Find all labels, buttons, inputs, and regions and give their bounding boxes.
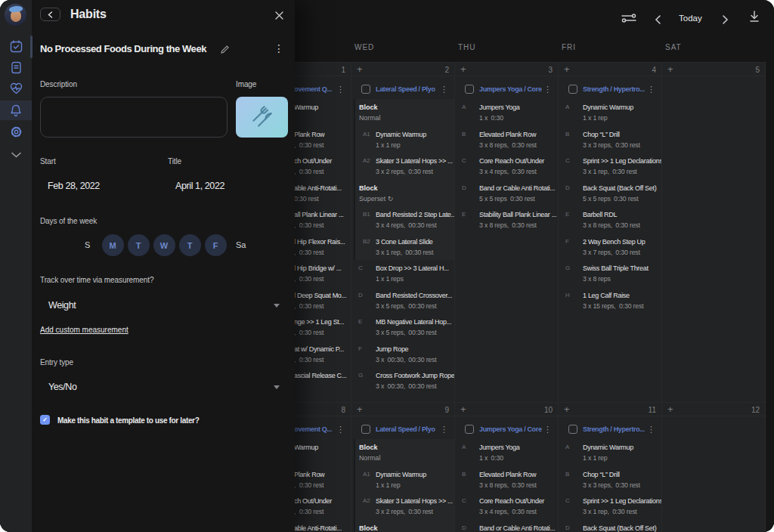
workout-menu-icon[interactable]: ⋮	[336, 85, 345, 94]
exercise-item[interactable]: DBack Squat (Back Off Set)5 x 5 reps 0:3…	[559, 183, 661, 210]
workout-title[interactable]: ovement Q...	[294, 425, 332, 433]
add-entry-button[interactable]: +	[460, 63, 466, 75]
add-entry-button[interactable]: +	[564, 404, 570, 415]
exercise-item[interactable]: A2Skater 3 Lateral Hops >> ...3 x 2 reps…	[351, 496, 454, 523]
exercise-item[interactable]: BElevated Plank Row3 x 8 reps, 0:30 rest	[455, 129, 558, 156]
exercise-item[interactable]: CCore Reach Out/Under3 x 4 reps, 0:30 re…	[455, 156, 558, 183]
exercise-item[interactable]: EMB Negative Lateral Hop...3 x 5 reps, 0…	[351, 317, 454, 344]
filter-icon[interactable]	[621, 12, 636, 27]
exercise-item[interactable]: A1Dynamic Warmup1 x 1 rep	[351, 469, 454, 496]
exercise-item[interactable]: FJump Rope3 x 00:30, 00:30 rest	[351, 344, 454, 371]
day-toggle-m1[interactable]: M	[102, 234, 124, 256]
exercise-item[interactable]: AJumpers Yoga1 x 0:30	[455, 102, 558, 129]
sidebar-item-health[interactable]	[0, 79, 32, 98]
habit-menu-icon[interactable]: ⋮	[274, 43, 284, 54]
exercise-item[interactable]: CSprint >> 1 Leg Declarations3 x 1 rep, …	[559, 156, 661, 183]
sidebar-item-more[interactable]	[0, 145, 32, 165]
measurement-chevron-icon[interactable]	[274, 304, 280, 308]
exercise-item[interactable]: DBand Resisted Crossover...3 x 5 reps, 0…	[351, 290, 454, 317]
exercise-item[interactable]: AJumpers Yoga1 x 0:30	[455, 442, 558, 469]
exercise-item[interactable]: BChop “L” Drill3 x 3 reps, 0:30 rest	[559, 129, 661, 156]
workout-title[interactable]: Strength / Hypertro...	[583, 425, 645, 433]
exercise-item[interactable]: CCore Reach Out/Under3 x 4 reps, 0:30 re…	[455, 496, 558, 523]
workout-checkbox[interactable]	[465, 425, 474, 434]
exercise-item[interactable]: BElevated Plank Row3 x 8 reps, 0:30 rest	[455, 469, 558, 496]
exercise-item[interactable]: ADynamic Warmup1 x 1 rep	[559, 442, 661, 469]
template-checkbox[interactable]: ✓	[40, 415, 50, 425]
workout-menu-icon[interactable]: ⋮	[440, 425, 448, 435]
exercise-item[interactable]: CSprint >> 1 Leg Declarations3 x 1 rep, …	[559, 496, 661, 523]
workout-menu-icon[interactable]: ⋮	[543, 85, 552, 94]
exercise-name: Dynamic Warmup	[583, 102, 661, 112]
workout-checkbox[interactable]	[361, 85, 370, 94]
download-icon[interactable]	[749, 11, 760, 26]
exercise-item[interactable]: EStability Ball Plank Linear ...3 x 8 re…	[455, 209, 558, 237]
workout-title[interactable]: ovement Q...	[294, 85, 332, 93]
day-toggle-sa6[interactable]: Sa	[236, 240, 246, 249]
exercise-item[interactable]: DBand or Cable Anti Rotati...5 x 5 reps …	[455, 523, 558, 532]
start-date-value[interactable]: Feb 28, 2022	[48, 181, 100, 192]
exercise-reps: 5 x 5 reps 0:30 rest	[583, 195, 661, 203]
today-button[interactable]: Today	[679, 14, 702, 23]
exercise-item[interactable]: GSwiss Ball Triple Threat3 x 8 reps	[559, 263, 661, 290]
workout-checkbox[interactable]	[568, 425, 577, 434]
exercise-item[interactable]: DBand or Cable Anti Rotati...5 x 5 reps …	[455, 183, 558, 210]
add-custom-measurement-link[interactable]: Add custom measurement	[40, 326, 128, 334]
prev-week-icon[interactable]	[655, 14, 661, 27]
exercise-item[interactable]: GCross Footwork Jump Rope3 x 00:30, 00:3…	[351, 370, 454, 397]
workout-menu-icon[interactable]: ⋮	[440, 85, 448, 94]
exercise-item[interactable]: CBox Drop >> 3 Lateral H...1 x 1 reps	[351, 263, 454, 290]
exercise-item[interactable]: ADynamic Warmup1 x 1 rep	[559, 102, 661, 129]
sidebar-item-calendar[interactable]	[0, 36, 32, 56]
day-toggle-f5[interactable]: F	[205, 234, 227, 256]
description-input[interactable]	[40, 97, 228, 138]
workout-title[interactable]: Jumpers Yoga / Core	[479, 425, 542, 433]
day-toggle-t2[interactable]: T	[128, 234, 150, 256]
exercise-item[interactable]: B1Band Resisted 2 Step Late...3 x 4 reps…	[351, 209, 454, 237]
exercise-item[interactable]: EBarbell RDL3 x 8 reps, 0:30 rest	[559, 209, 661, 237]
track-measurement-label: Track over time via measurement?	[40, 276, 153, 285]
sidebar-item-settings[interactable]	[0, 122, 32, 141]
exercise-reps: , 0:30 rest	[294, 221, 350, 229]
edit-icon[interactable]	[220, 44, 230, 57]
workout-menu-icon[interactable]: ⋮	[543, 425, 552, 435]
add-entry-button[interactable]: +	[667, 63, 673, 75]
day-toggle-s0[interactable]: S	[85, 240, 90, 249]
entry-type-select[interactable]: Yes/No	[48, 382, 76, 393]
day-toggle-w3[interactable]: W	[153, 234, 175, 256]
exercise-item[interactable]: H1 Leg Calf Raise3 x 15 reps, 0:30 rest	[559, 290, 661, 317]
add-entry-button[interactable]: +	[357, 404, 363, 415]
end-date-value[interactable]: April 1, 2022	[175, 181, 224, 192]
sidebar-item-notifications[interactable]	[0, 101, 32, 120]
day-toggle-t4[interactable]: T	[179, 234, 201, 256]
add-entry-button[interactable]: +	[564, 63, 570, 75]
workout-title[interactable]: Strength / Hypertro...	[583, 85, 645, 93]
workout-title[interactable]: Jumpers Yoga / Core	[479, 85, 542, 93]
next-week-icon[interactable]	[722, 14, 729, 27]
exercise-letter: F	[565, 237, 583, 264]
workout-checkbox[interactable]	[568, 85, 577, 94]
habit-image[interactable]	[236, 97, 288, 138]
measurement-select[interactable]: Weight	[48, 300, 76, 311]
workout-menu-icon[interactable]: ⋮	[336, 425, 345, 435]
workout-menu-icon[interactable]: ⋮	[647, 425, 655, 435]
workout-title[interactable]: Lateral Speed / Plyo	[376, 85, 435, 93]
add-entry-button[interactable]: +	[357, 63, 363, 75]
exercise-item[interactable]: BChop “L” Drill3 x 3 reps, 0:30 rest	[559, 469, 661, 496]
exercise-item[interactable]: F2 Way Bench Step Up3 x 7 reps, 0:30 res…	[559, 237, 661, 264]
back-button[interactable]	[40, 8, 60, 21]
workout-menu-icon[interactable]: ⋮	[647, 85, 655, 94]
exercise-item[interactable]: DBack Squat (Back Off Set)5 x 5 reps 0:3…	[559, 523, 661, 532]
add-entry-button[interactable]: +	[667, 404, 673, 415]
exercise-item[interactable]: B23 Cone Lateral Slide3 x 1 rep, 00:30 r…	[351, 237, 454, 264]
exercise-item[interactable]: A2Skater 3 Lateral Hops >> ...3 x 2 reps…	[351, 156, 454, 183]
entry-type-chevron-icon[interactable]	[274, 385, 280, 389]
user-avatar[interactable]	[5, 4, 26, 26]
close-icon[interactable]	[275, 9, 283, 23]
sidebar-item-documents[interactable]	[0, 57, 32, 77]
exercise-item[interactable]: A1Dynamic Warmup1 x 1 rep	[351, 129, 454, 156]
workout-checkbox[interactable]	[361, 425, 370, 434]
workout-title[interactable]: Lateral Speed / Plyo	[376, 425, 435, 433]
workout-checkbox[interactable]	[465, 85, 474, 94]
add-entry-button[interactable]: +	[460, 404, 466, 415]
